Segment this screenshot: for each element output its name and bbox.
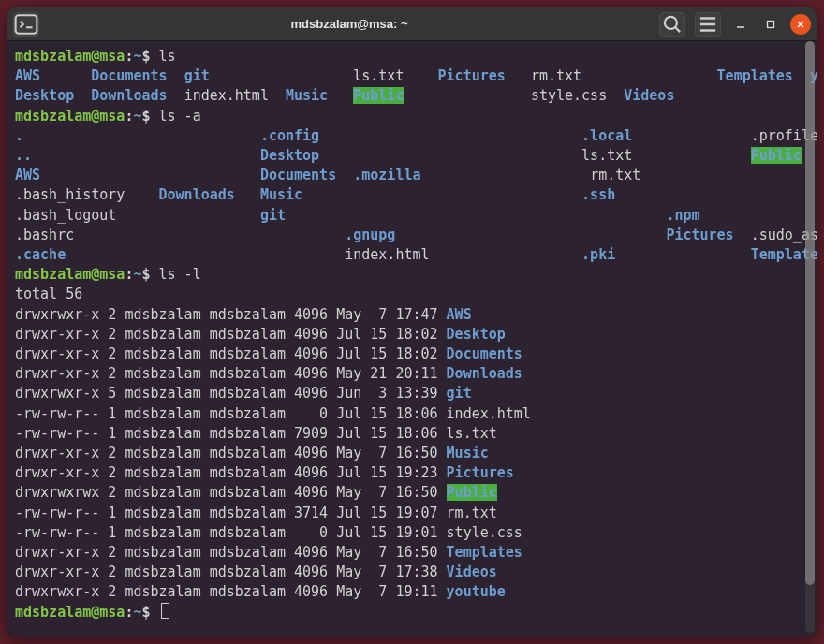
filename: Public [751,147,802,164]
search-icon [660,12,684,37]
filename: .local [581,127,632,144]
filename: Pictures [438,67,506,84]
long-listing-line: drwxrwxr-x 2 mdsbzalam mdsbzalam 4096 Ma… [15,305,809,325]
filename: index.html [184,87,269,104]
close-button[interactable] [790,14,811,35]
filename: .ssh [581,186,615,203]
filename: AWS [15,67,40,84]
filename: AWS [15,167,40,183]
filename: rm.txt [531,67,581,84]
listing-line: .bash_history Downloads Music .ssh [15,185,809,205]
listing-line: .cache index.html .pki Templates [15,245,809,265]
long-listing-line: drwxr-xr-x 2 mdsbzalam mdsbzalam 4096 Ju… [15,463,809,483]
long-listing-line: -rw-rw-r-- 1 mdsbzalam mdsbzalam 0 Jul 1… [15,404,809,424]
prompt-line: mdsbzalam@msa:~$ ls [15,47,809,66]
maximize-icon [766,20,775,29]
listing-line: .. Desktop ls.txt Public .vscode [15,146,809,166]
filename: git [260,207,286,224]
long-listing-line: drwxr-xr-x 2 mdsbzalam mdsbzalam 4096 Ma… [15,364,809,384]
filename: .config [260,127,319,144]
filename: index.html [447,405,531,422]
filename: rm.txt [590,167,640,183]
filename: style.css [531,87,607,104]
long-listing-line: drwxr-xr-x 2 mdsbzalam mdsbzalam 4096 Ma… [15,444,809,463]
long-listing-line: -rw-rw-r-- 1 mdsbzalam mdsbzalam 0 Jul 1… [15,523,809,543]
prompt-line: mdsbzalam@msa:~$ ls -a [15,107,809,126]
filename: Downloads [91,87,167,104]
maximize-button[interactable] [760,14,781,35]
filename: git [184,67,210,84]
new-tab-button[interactable] [13,12,39,37]
terminal-icon [14,12,38,37]
minimize-button[interactable] [730,14,751,35]
long-listing-line: -rw-rw-r-- 1 mdsbzalam mdsbzalam 7909 Ju… [15,424,809,444]
minimize-icon [736,20,745,29]
filename: Desktop [15,87,74,104]
search-button[interactable] [659,12,685,37]
scrollbar-thumb[interactable] [805,41,815,585]
long-listing-line: drwxrwxr-x 5 mdsbzalam mdsbzalam 4096 Ju… [15,384,809,403]
filename: youtube [447,583,506,600]
filename: Public [353,87,404,104]
filename: Downloads [159,186,235,203]
filename: ls.txt [353,67,404,84]
filename: Documents [91,67,167,84]
long-listing-line: drwxr-xr-x 2 mdsbzalam mdsbzalam 4096 Ma… [15,543,809,563]
filename: .cache [15,246,66,263]
filename: Documents [447,345,522,362]
filename: Pictures [666,227,733,243]
filename: .mozilla [353,167,420,183]
filename: Music [286,87,328,104]
titlebar: mdsbzalam@msa: ~ [7,7,817,41]
filename: Public [447,484,497,501]
prompt-line: mdsbzalam@msa:~$ ls -l [15,265,809,285]
listing-line: .bashrc .gnupg Pictures .sudo_as_admin_s… [15,226,809,245]
filename: .pki [581,246,615,263]
listing-line: AWS Documents git ls.txt Pictures rm.txt… [15,66,809,86]
close-icon [796,20,805,29]
filename: Documents [260,167,336,183]
prompt-line: mdsbzalam@msa:~$ [15,603,809,622]
filename: Templates [447,544,522,561]
filename: . [15,127,23,144]
window-title: mdsbzalam@msa: ~ [45,17,654,31]
filename: .bash_history [15,186,125,203]
filename: git [447,385,472,402]
filename: Desktop [260,147,319,164]
svg-rect-0 [16,15,37,34]
listing-line: . .config .local .profile Videos [15,126,809,146]
filename: index.html [345,246,429,263]
long-listing-line: drwxrwxrwx 2 mdsbzalam mdsbzalam 4096 Ma… [15,483,809,503]
scrollbar[interactable] [805,41,815,633]
total-line: total 56 [15,285,809,304]
filename: Videos [447,564,497,580]
cursor [161,603,169,619]
long-listing-line: -rw-rw-r-- 1 mdsbzalam mdsbzalam 3714 Ju… [15,504,809,523]
filename: Music [260,186,302,203]
filename: rm.txt [447,505,497,521]
listing-line: AWS Documents .mozilla rm.txt youtube [15,166,809,185]
svg-line-2 [675,27,680,32]
filename: .bashrc [15,227,74,243]
filename: style.css [447,524,522,541]
terminal-body[interactable]: mdsbzalam@msa:~$ lsAWS Documents git ls.… [7,41,817,637]
filename: .bash_logout [15,207,116,224]
filename: ls.txt [581,147,632,164]
filename: AWS [447,306,472,323]
long-listing-line: drwxr-xr-x 2 mdsbzalam mdsbzalam 4096 Ju… [15,344,809,364]
long-listing-line: drwxr-xr-x 2 mdsbzalam mdsbzalam 4096 Ma… [15,563,809,582]
terminal-window: mdsbzalam@msa: ~ mdsbzalam@msa:~$ lsAWS … [7,7,817,637]
listing-line: .bash_logout git .npm style.css [15,206,809,226]
hamburger-icon [696,12,720,37]
filename: .. [15,147,32,164]
filename: Templates [717,67,793,84]
filename: Desktop [447,326,506,343]
filename: .gnupg [345,227,395,243]
menu-button[interactable] [695,12,721,37]
listing-line: Desktop Downloads index.html Music Publi… [15,86,809,106]
filename: .npm [666,207,699,224]
filename: Music [447,445,489,461]
svg-point-1 [665,16,677,28]
filename: Downloads [447,365,522,382]
filename: Pictures [447,464,514,481]
